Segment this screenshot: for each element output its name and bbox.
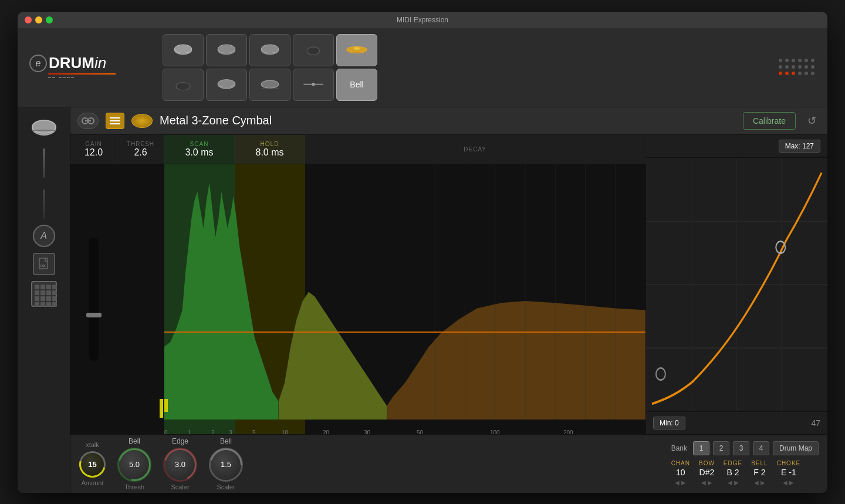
bell-zone: Bell 5.0 Thresh (117, 437, 151, 491)
edge-up-arrow[interactable]: ▶ (734, 479, 739, 486)
pad-0[interactable] (163, 34, 204, 66)
pad-8[interactable] (293, 69, 334, 101)
svg-point-45 (211, 449, 242, 480)
pdf-button[interactable]: PDF (33, 253, 55, 275)
param-headers: GAIN 12.0 THRESH 2.6 SCAN 3.0 ms (70, 135, 645, 164)
midi-chan: CHAN 10 ◀ ▶ (671, 460, 690, 486)
chan-down-arrow[interactable]: ◀ (675, 479, 680, 486)
edge-down-arrow[interactable]: ◀ (728, 479, 732, 486)
main-content: e DRUM in ━━ ━━━━ (18, 28, 827, 493)
close-button[interactable] (25, 16, 32, 23)
cymbal-image (131, 114, 153, 128)
svg-point-44 (165, 449, 196, 480)
maximize-button[interactable] (46, 16, 53, 23)
gain-handle[interactable] (86, 313, 102, 317)
dot (811, 65, 814, 69)
waveform-canvas: 0 1 2 3 5 10 20 30 50 100 200 (70, 164, 645, 434)
thresh-knob[interactable]: 5.0 (117, 448, 151, 482)
bell-scaler-knob[interactable]: 1.5 (209, 448, 243, 482)
max-value: Max: 127 (779, 140, 820, 153)
curve-bottom: Min: 0 47 (646, 411, 827, 434)
traffic-lights (25, 16, 53, 23)
svg-text:PDF: PDF (40, 264, 46, 268)
thresh-header: THRESH 2.6 (117, 135, 164, 164)
svg-point-6 (307, 47, 319, 55)
dot-red (779, 72, 782, 75)
menu-icon[interactable] (106, 113, 124, 129)
minimize-button[interactable] (35, 16, 42, 23)
svg-point-16 (312, 83, 315, 86)
bank-row: Bank 1 2 3 4 Drum Map (671, 441, 819, 455)
slider-bottom (43, 190, 45, 219)
a-button[interactable]: A (33, 225, 55, 247)
gain-slider[interactable] (70, 164, 117, 434)
svg-point-43 (119, 449, 150, 480)
dot (805, 72, 808, 75)
dot (811, 59, 814, 62)
chan-up-arrow[interactable]: ▶ (681, 479, 686, 486)
curve-section: Max: 127 (645, 135, 827, 434)
main-panel: Metal 3-Zone Cymbal Calibrate ↺ GAIN 12.… (70, 107, 827, 493)
params-area: GAIN 12.0 THRESH 2.6 SCAN 3.0 ms (70, 135, 827, 434)
bank-btn-4[interactable]: 4 (753, 441, 769, 455)
dot (805, 59, 808, 62)
pad-1[interactable] (206, 34, 247, 66)
titlebar: MIDI Expression (18, 12, 827, 28)
link-icon[interactable] (77, 113, 99, 129)
thresh-knob-group: 5.0 Thresh (117, 448, 151, 491)
bank-btn-1[interactable]: 1 (693, 441, 709, 455)
bow-up-arrow[interactable]: ▶ (708, 479, 712, 486)
logo-e: e (29, 55, 47, 72)
instrument-name: Metal 3-Zone Cymbal (160, 114, 736, 127)
dot (792, 65, 795, 69)
pad-5[interactable] (163, 69, 204, 101)
svg-point-1 (174, 45, 191, 53)
gain-header: GAIN 12.0 (70, 135, 117, 164)
svg-point-3 (218, 45, 235, 53)
midi-bell: BELL F 2 ◀ ▶ (751, 460, 768, 486)
threshold-line (164, 332, 645, 333)
dot (798, 72, 802, 75)
dot-red (792, 72, 795, 75)
svg-point-12 (218, 80, 235, 87)
bell-zone-2: Bell 1.5 Scaler (209, 437, 243, 491)
pad-6[interactable] (206, 69, 247, 101)
chip-icon[interactable] (31, 281, 57, 307)
bottom-controls: xtalk 15 Amount Bell (70, 434, 827, 493)
calibrate-button[interactable]: Calibrate (743, 112, 796, 130)
logo-drum: DRUM (49, 54, 94, 72)
amount-knob[interactable]: 15 (79, 451, 106, 478)
pad-bell[interactable]: Bell (336, 69, 377, 101)
drum-map-button[interactable]: Drum Map (773, 441, 819, 455)
body-area: A PDF (18, 107, 827, 493)
bank-btn-2[interactable]: 2 (713, 441, 729, 455)
pad-2[interactable] (249, 34, 290, 66)
logo: e DRUM in ━━ ━━━━ (29, 54, 116, 80)
reset-button[interactable]: ↺ (803, 112, 820, 130)
pad-3[interactable] (293, 34, 334, 66)
dot (779, 65, 782, 69)
instrument-bar: Metal 3-Zone Cymbal Calibrate ↺ (70, 107, 827, 135)
bell-down-arrow[interactable]: ◀ (754, 479, 759, 486)
amount-knob-group: 15 Amount (79, 451, 106, 486)
slider-top (43, 148, 45, 178)
choke-down-arrow[interactable]: ◀ (783, 479, 787, 486)
edge-scaler-knob[interactable]: 3.0 (163, 448, 197, 482)
bell-up-arrow[interactable]: ▶ (760, 479, 765, 486)
scan-header: SCAN 3.0 ms (164, 135, 235, 164)
waveform-section: GAIN 12.0 THRESH 2.6 SCAN 3.0 ms (70, 135, 645, 434)
svg-point-5 (261, 45, 278, 53)
xtalk-section: xtalk 15 Amount (79, 441, 106, 486)
left-panel: A PDF (18, 107, 70, 493)
edge-scaler-group: 3.0 Scaler (163, 448, 197, 491)
pad-7[interactable] (249, 69, 290, 101)
min-value: Min: 0 (653, 417, 685, 429)
level-bars (160, 399, 168, 418)
dot (785, 65, 789, 69)
pad-4[interactable] (336, 34, 377, 66)
bank-btn-3[interactable]: 3 (733, 441, 749, 455)
choke-up-arrow[interactable]: ▶ (789, 479, 794, 486)
svg-point-10 (176, 82, 190, 90)
bow-down-arrow[interactable]: ◀ (701, 479, 706, 486)
grid-dots (779, 59, 816, 76)
